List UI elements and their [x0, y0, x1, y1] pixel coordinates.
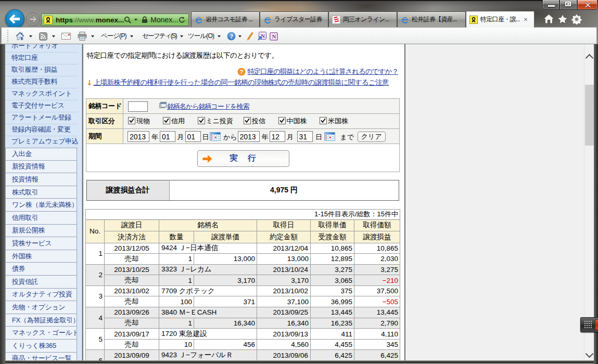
home-button[interactable]	[16, 31, 32, 42]
maximize-button[interactable]	[559, 0, 577, 10]
acquisition-value: 10,865	[354, 243, 400, 254]
tab-4[interactable]: 松井証券【資産...	[397, 11, 466, 27]
from-month-input[interactable]: 01	[160, 131, 175, 142]
sidebar-box-item-10[interactable]: 債券	[5, 263, 77, 276]
lock-icon[interactable]	[142, 16, 148, 23]
to-month-input[interactable]: 12	[270, 131, 285, 142]
sidebar-box-item-16[interactable]: くりっく株365	[5, 340, 77, 353]
sidebar-item-2[interactable]: 特定口座	[5, 53, 78, 64]
sidebar-box-item-6[interactable]: 信用取引	[5, 212, 77, 225]
rss-button[interactable]	[39, 31, 55, 42]
star-icon[interactable]	[557, 14, 568, 24]
down-arrow-icon[interactable]: ↓	[86, 79, 93, 87]
sidebar-box-item-2[interactable]: 新投資情報	[5, 161, 77, 174]
onenote-button[interactable]: N	[270, 31, 278, 42]
refresh-icon[interactable]	[179, 17, 185, 23]
tab-3[interactable]: 岡三オンライン...	[328, 11, 397, 27]
sidebar-box-item-17[interactable]: 商品・サービス一覧	[5, 353, 77, 360]
sidebar-item-7[interactable]: アラートメール登録	[5, 112, 78, 124]
sidebar-box-item-7[interactable]: 新規公開株	[5, 225, 77, 238]
onenote-linked-button[interactable]: N	[258, 31, 266, 42]
home-icon[interactable]	[543, 14, 554, 24]
sidebar-box-item-13[interactable]: 先物・オプション	[5, 301, 77, 314]
toolbar-grip[interactable]	[7, 29, 9, 43]
type-option-5[interactable]: 中国株	[278, 116, 307, 126]
to-year-input[interactable]: 2013	[238, 131, 260, 142]
tab-close-icon[interactable]: ✕	[524, 17, 528, 22]
onenote-pen-icon	[246, 32, 253, 41]
type-option-3[interactable]: ミニ投資	[198, 116, 234, 126]
sidebar-item-6[interactable]: 電子交付サービス	[5, 100, 78, 112]
print-button[interactable]	[78, 31, 94, 42]
mail-button[interactable]	[61, 31, 71, 42]
code-search-link[interactable]: 銘柄名から銘柄コードを検索	[167, 102, 249, 111]
clear-button[interactable]: クリア	[358, 132, 386, 142]
sidebar-item-5[interactable]: マネックスポイント	[5, 88, 78, 100]
sidebar-box-item-14[interactable]: FX（為替証拠金取引）	[5, 314, 77, 327]
menu-ツール(O)[interactable]: ツール(O)	[188, 31, 221, 42]
desktop-gadget-grip[interactable]	[580, 317, 598, 332]
calendar-icon[interactable]	[324, 132, 335, 142]
close-button[interactable]	[577, 0, 597, 10]
type-option-6[interactable]: 米国株	[320, 116, 348, 126]
forward-button[interactable]	[26, 12, 40, 26]
calendar-icon[interactable]	[210, 132, 221, 142]
notice-link[interactable]: 上場新株予約権の権利行使を行った場合の同一銘柄の現物株式の売却時の譲渡損益に関す…	[94, 78, 389, 87]
from-day-input[interactable]: 01	[185, 131, 201, 142]
menu-セーフティ(S)[interactable]: セーフティ(S)	[142, 31, 183, 42]
type-option-1[interactable]: 現物	[128, 116, 150, 126]
to-day-input[interactable]: 31	[297, 131, 313, 142]
period-unit-label: 日	[202, 133, 209, 142]
from-year-input[interactable]: 2013	[128, 131, 149, 142]
checkbox-icon[interactable]	[244, 117, 251, 126]
sidebar-item-3[interactable]: 取引履歴・損益	[5, 64, 78, 76]
checkbox-icon[interactable]	[163, 117, 170, 126]
monex-favicon[interactable]	[44, 16, 53, 24]
minimize-button[interactable]	[542, 0, 559, 10]
sidebar-box-item-8[interactable]: 貸株サービス	[5, 237, 77, 250]
tab-5[interactable]: 特定口座・譲...✕	[466, 11, 535, 28]
sidebar-box-item-11[interactable]: 投資信託	[5, 276, 77, 289]
checkbox-icon[interactable]	[128, 117, 135, 126]
sidebar-menu: ポートフォリオ特定口座取引履歴・損益株式売買手数料マネックスポイント電子交付サー…	[5, 44, 82, 360]
certificate-name[interactable]: Monex...	[150, 16, 179, 24]
menu-ページ(P)[interactable]: ページ(P)	[101, 31, 133, 42]
sidebar-box-item-9[interactable]: 外国株	[5, 250, 77, 263]
type-option-2[interactable]: 信用	[163, 116, 185, 126]
question-icon[interactable]: ?	[237, 68, 246, 76]
type-option-4[interactable]: 投信	[244, 116, 265, 126]
tab-1[interactable]: 岩井コスモ証券 ...	[191, 11, 260, 27]
address-dropdown-icon[interactable]	[134, 19, 137, 21]
sidebar-box-item-4[interactable]: 株式取引	[5, 186, 77, 199]
menu-label: ツール(O)	[188, 32, 214, 41]
menu-label: セーフティ(S)	[142, 32, 176, 41]
sidebar-box-item-15[interactable]: マネックス・ゴールド	[5, 327, 77, 340]
help-button[interactable]: ?	[227, 31, 241, 42]
faq-link[interactable]: 特定口座の損益はどのように計算されるのですか？	[247, 67, 398, 76]
sidebar-box-item-5[interactable]: ワン株（単元未満株）	[5, 199, 77, 212]
sidebar-box-item-1[interactable]: 入出金	[5, 148, 77, 161]
sidebar-item-4[interactable]: 株式売買手数料	[5, 76, 78, 88]
magnifier-icon[interactable]	[124, 16, 132, 24]
sidebar-item-8[interactable]: 登録内容確認・変更	[5, 124, 78, 136]
checkbox-icon[interactable]	[278, 117, 286, 126]
address-bar[interactable]: https://www.monex... Monex...	[41, 14, 189, 26]
back-button[interactable]	[5, 9, 24, 29]
chevron-down-icon[interactable]	[586, 350, 594, 358]
sidebar-box-item-3[interactable]: 投資情報	[5, 173, 77, 186]
chevron-up-icon[interactable]	[586, 54, 594, 62]
checkbox-icon[interactable]	[198, 117, 205, 126]
checkbox-icon[interactable]	[320, 117, 327, 126]
tab-2[interactable]: ライブスター証券	[260, 11, 328, 27]
scrollbar-thumb[interactable]	[585, 85, 594, 146]
sidebar-box-item-12[interactable]: オルタナティブ投資	[5, 289, 77, 302]
onenote-linked-icon: N	[258, 32, 266, 41]
sidebar-item-1[interactable]: ポートフォリオ	[5, 44, 78, 53]
code-input[interactable]	[128, 101, 148, 112]
vertical-scrollbar[interactable]	[584, 44, 594, 360]
onenote-pen-button[interactable]	[246, 31, 253, 42]
sidebar-item-9[interactable]: プレミアムウェブ申込	[5, 136, 78, 148]
url-text[interactable]: https://www.monex...	[56, 16, 124, 24]
gear-icon[interactable]	[571, 14, 582, 24]
execute-button[interactable]: 実 行	[197, 150, 289, 167]
